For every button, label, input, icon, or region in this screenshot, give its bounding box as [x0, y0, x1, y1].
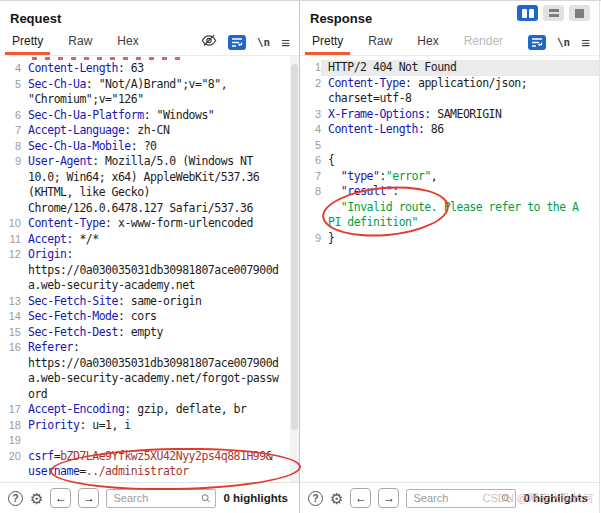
code-text: Sec-Ch-Ua-Mobile: ?0 [21, 139, 299, 155]
line-number [300, 91, 321, 107]
code-row: 19 [0, 433, 299, 449]
code-row: 5Sec-Ch-Ua: "Not/A)Brand";v="8", [0, 77, 299, 93]
request-panel: Request Pretty Raw Hex [0, 1, 300, 513]
search-icon [201, 493, 211, 504]
code-row: username=../administrator [0, 464, 299, 480]
columns-view-button[interactable] [517, 5, 538, 21]
prev-match-button[interactable]: ← [350, 488, 371, 508]
code-token: zh-CN [137, 123, 169, 137]
gear-icon[interactable]: ⚙ [330, 491, 343, 506]
prev-match-button[interactable]: ← [50, 488, 71, 508]
request-editor[interactable]: 4Content-Length: 635Sec-Ch-Ua: "Not/A)Br… [0, 56, 299, 482]
code-token: ord [28, 387, 47, 401]
code-token: same-origin [131, 294, 202, 308]
code-row: PI definition" [300, 215, 599, 231]
line-number: 6 [0, 108, 21, 124]
code-token: Origin [28, 247, 67, 261]
code-row: 9} [300, 231, 599, 247]
code-token: 10.0; Win64; x64) AppleWebKit/537.36 [28, 170, 259, 184]
code-token: Accept-Language [28, 123, 124, 137]
code-token: username [28, 464, 79, 478]
code-text: "Chromium";v="126" [21, 92, 299, 108]
code-row: 4Content-Length: 86 [300, 122, 599, 138]
scrollbar-thumb[interactable] [291, 64, 298, 430]
code-token: */* [79, 232, 98, 246]
code-token: : [392, 184, 398, 198]
line-number [0, 278, 21, 294]
code-token: ../administrator [86, 464, 189, 478]
line-number: 10 [0, 216, 21, 232]
line-number: 8 [300, 184, 321, 200]
code-token: "Windows" [156, 108, 214, 122]
code-row: 13Sec-Fetch-Site: same-origin [0, 294, 299, 310]
tab-request-raw[interactable]: Raw [66, 29, 94, 55]
code-row: ord [0, 387, 299, 403]
code-token: charset=utf-8 [328, 91, 412, 105]
code-token: { [328, 153, 334, 167]
next-match-button[interactable]: → [78, 488, 99, 508]
code-token: : [118, 294, 131, 308]
code-token: cors [131, 309, 157, 323]
code-token: : [73, 340, 79, 354]
menu-icon[interactable]: ≡ [581, 35, 590, 50]
line-number [300, 215, 321, 231]
response-code: 1HTTP/2 404 Not Found2Content-Type: appl… [300, 60, 599, 246]
eye-slash-icon[interactable] [201, 33, 217, 51]
code-text: https://0a030035031db30981807ace007900d [21, 263, 299, 279]
code-text: charset=utf-8 [321, 91, 599, 107]
word-wrap-icon[interactable] [228, 35, 246, 50]
code-token: bZD7LAe9Yfkwz5XU42Nyy2ps4q881H99 [60, 449, 266, 463]
tab-request-hex[interactable]: Hex [115, 29, 140, 55]
next-match-button[interactable]: → [378, 488, 399, 508]
code-row: 14Sec-Fetch-Mode: cors [0, 309, 299, 325]
code-token: "Invalid route. Please refer to the A [341, 200, 579, 214]
code-row: 10Content-Type: x-www-form-urlencoded [0, 216, 299, 232]
line-number [0, 185, 21, 201]
code-token: Chrome/126.0.6478.127 Safari/537.36 [28, 201, 253, 215]
gear-icon[interactable]: ⚙ [30, 491, 43, 506]
help-icon[interactable]: ? [308, 491, 323, 506]
code-text: "Invalid route. Please refer to the A [321, 200, 599, 216]
code-token: } [328, 231, 334, 245]
code-text: Sec-Ch-Ua: "Not/A)Brand";v="8", [21, 77, 299, 93]
code-token: : [67, 232, 80, 246]
request-search-input[interactable] [113, 492, 200, 504]
code-token: empty [131, 325, 163, 339]
newline-icon[interactable]: \n [557, 36, 570, 49]
tab-response-pretty[interactable]: Pretty [310, 29, 345, 55]
tab-request-pretty[interactable]: Pretty [10, 29, 45, 55]
help-icon[interactable]: ? [8, 491, 23, 506]
code-token: Referer [28, 340, 73, 354]
request-scrollbar[interactable] [290, 56, 299, 482]
code-token: Sec-Fetch-Mode [28, 309, 118, 323]
code-text: HTTP/2 404 Not Found [321, 60, 599, 76]
code-text: { [321, 153, 599, 169]
tab-response-hex[interactable]: Hex [415, 29, 440, 55]
code-row: 17Accept-Encoding: gzip, deflate, br [0, 402, 299, 418]
line-number [0, 371, 21, 387]
code-token: : [118, 325, 131, 339]
code-text: Accept-Encoding: gzip, deflate, br [21, 402, 299, 418]
code-token: X-Frame-Options [328, 107, 424, 121]
code-token: https://0a030035031db30981807ace007900d [28, 356, 279, 370]
stacked-view-button[interactable] [543, 5, 564, 21]
line-number: 13 [0, 294, 21, 310]
code-token: : [418, 122, 431, 136]
code-token: u=1, i [92, 418, 131, 432]
code-text: a.web-security-academy.net [21, 278, 299, 294]
word-wrap-icon[interactable] [528, 35, 546, 50]
response-editor[interactable]: 1HTTP/2 404 Not Found2Content-Type: appl… [300, 56, 599, 482]
code-text: Sec-Fetch-Site: same-origin [21, 294, 299, 310]
line-number: 14 [0, 309, 21, 325]
single-view-button[interactable] [569, 5, 590, 21]
tab-response-raw[interactable]: Raw [366, 29, 394, 55]
code-row: 7 "type":"error", [300, 169, 599, 185]
menu-icon[interactable]: ≡ [281, 35, 290, 50]
code-token: 86 [431, 122, 444, 136]
code-token: Content-Length [28, 61, 118, 75]
response-search-input[interactable] [413, 492, 500, 504]
tab-response-render: Render [462, 29, 505, 55]
newline-icon[interactable]: \n [257, 36, 270, 49]
code-token: ?0 [144, 139, 157, 153]
code-token: User-Agent [28, 154, 92, 168]
